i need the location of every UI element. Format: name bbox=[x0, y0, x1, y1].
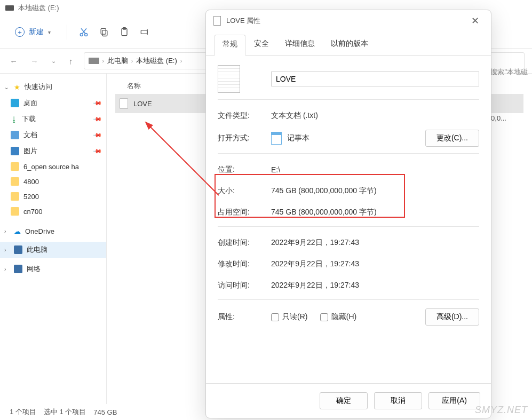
svg-rect-6 bbox=[141, 30, 147, 34]
new-button-label: 新建 bbox=[29, 27, 44, 37]
value-accessed: 2022年9月22日，19:27:43 bbox=[271, 281, 479, 290]
status-count: 1 个项目 bbox=[10, 407, 36, 417]
tab-security[interactable]: 安全 bbox=[247, 35, 276, 55]
dialog-titlebar: LOVE 属性 ✕ bbox=[206, 10, 491, 31]
sidebar-item-thispc[interactable]: ›此电脑 bbox=[0, 242, 106, 258]
apply-button[interactable]: 应用(A) bbox=[428, 392, 480, 409]
pin-icon: 📌 bbox=[92, 130, 102, 140]
value-created: 2022年9月22日，19:27:43 bbox=[271, 238, 479, 248]
value-location: E:\ bbox=[271, 165, 479, 174]
label-attributes: 属性: bbox=[218, 312, 271, 322]
status-size: 745 GB bbox=[93, 408, 117, 416]
sidebar-item-downloads[interactable]: ⭳下载📌 bbox=[0, 111, 106, 127]
properties-dialog: LOVE 属性 ✕ 常规 安全 详细信息 以前的版本 文件类型:文本文档 (.t… bbox=[205, 10, 491, 418]
value-attributes: 只读(R) 隐藏(H) bbox=[271, 312, 425, 322]
up-button[interactable]: ↑ bbox=[67, 54, 75, 68]
pin-icon: 📌 bbox=[92, 98, 102, 108]
sidebar-item-folder[interactable]: cn700 bbox=[0, 204, 106, 219]
dialog-buttons: 确定 取消 应用(A) bbox=[206, 383, 491, 418]
pc-icon bbox=[14, 245, 22, 254]
document-icon bbox=[213, 16, 221, 26]
star-icon: ★ bbox=[14, 83, 20, 91]
pin-icon: 📌 bbox=[92, 114, 102, 124]
paste-icon[interactable] bbox=[118, 26, 130, 38]
chevron-right-icon: › bbox=[131, 58, 133, 64]
chevron-down-icon[interactable]: ⌄ bbox=[49, 56, 58, 67]
close-button[interactable]: ✕ bbox=[467, 13, 483, 29]
value-sizeondisk: 745 GB (800,000,000,000 字节) bbox=[271, 208, 479, 217]
tabs: 常规 安全 详细信息 以前的版本 bbox=[206, 35, 491, 56]
watermark: SMYZ.NET bbox=[475, 405, 528, 416]
document-icon bbox=[11, 131, 19, 139]
sidebar-item-folder[interactable]: 6_open source ha bbox=[0, 159, 106, 174]
label-filetype: 文件类型: bbox=[218, 111, 271, 121]
divider bbox=[67, 25, 67, 39]
notepad-icon bbox=[271, 132, 282, 145]
cloud-icon: ☁ bbox=[14, 227, 21, 235]
ok-button[interactable]: 确定 bbox=[320, 392, 368, 409]
plus-icon: + bbox=[15, 27, 25, 37]
chevron-right-icon: › bbox=[180, 58, 182, 64]
rename-icon[interactable] bbox=[139, 26, 150, 38]
folder-icon bbox=[11, 192, 19, 201]
value-filetype: 文本文档 (.txt) bbox=[271, 111, 479, 121]
cut-icon[interactable] bbox=[78, 26, 90, 38]
back-button[interactable]: ← bbox=[7, 54, 20, 68]
forward-button[interactable]: → bbox=[28, 54, 41, 68]
drive-icon bbox=[5, 5, 14, 11]
readonly-checkbox[interactable]: 只读(R) bbox=[271, 312, 307, 321]
folder-icon bbox=[11, 207, 19, 216]
desktop-icon bbox=[11, 99, 19, 107]
tab-details[interactable]: 详细信息 bbox=[277, 35, 322, 55]
tab-previous[interactable]: 以前的版本 bbox=[323, 35, 376, 55]
tab-general[interactable]: 常规 bbox=[215, 35, 245, 56]
label-sizeondisk: 占用空间: bbox=[218, 208, 271, 217]
picture-icon bbox=[11, 147, 19, 155]
dialog-title: LOVE 属性 bbox=[226, 16, 260, 26]
download-icon: ⭳ bbox=[11, 115, 18, 123]
svg-point-0 bbox=[80, 34, 83, 36]
file-name: LOVE bbox=[133, 100, 152, 108]
label-created: 创建时间: bbox=[218, 238, 271, 248]
svg-rect-2 bbox=[102, 30, 107, 36]
sidebar-item-folder[interactable]: 5200 bbox=[0, 189, 106, 204]
window-title: 本地磁盘 (E:) bbox=[18, 3, 59, 13]
file-size-cell: 0,0... bbox=[491, 114, 506, 122]
search-placeholder: 搜索"本地磁 bbox=[490, 67, 528, 77]
sidebar-item-desktop[interactable]: 桌面📌 bbox=[0, 95, 106, 111]
sidebar-item-folder[interactable]: 4800 bbox=[0, 174, 106, 189]
sidebar-item-onedrive[interactable]: ›☁OneDrive bbox=[0, 224, 106, 239]
filename-input[interactable] bbox=[271, 72, 479, 86]
breadcrumb-pc[interactable]: 此电脑 bbox=[107, 56, 128, 66]
document-icon bbox=[120, 98, 128, 109]
label-modified: 修改时间: bbox=[218, 259, 271, 269]
copy-icon[interactable] bbox=[98, 26, 110, 38]
sidebar-item-documents[interactable]: 文档📌 bbox=[0, 127, 106, 143]
advanced-button[interactable]: 高级(D)... bbox=[425, 308, 479, 326]
folder-icon bbox=[11, 177, 19, 186]
change-button[interactable]: 更改(C)... bbox=[425, 130, 479, 147]
value-size: 745 GB (800,000,000,000 字节) bbox=[271, 186, 479, 196]
sidebar: ⌄★快速访问 桌面📌 ⭳下载📌 文档📌 图片📌 6_open source ha… bbox=[0, 74, 107, 404]
cancel-button[interactable]: 取消 bbox=[374, 392, 422, 409]
sidebar-item-pictures[interactable]: 图片📌 bbox=[0, 143, 106, 159]
drive-icon bbox=[89, 58, 99, 64]
breadcrumb-drive[interactable]: 本地磁盘 (E:) bbox=[136, 56, 177, 66]
sidebar-item-network[interactable]: ›网络 bbox=[0, 261, 106, 277]
tab-body: 文件类型:文本文档 (.txt) 打开方式:记事本更改(C)... 位置:E:\… bbox=[206, 56, 491, 383]
sidebar-item-quick[interactable]: ⌄★快速访问 bbox=[0, 79, 106, 95]
value-modified: 2022年9月22日，19:27:43 bbox=[271, 259, 479, 269]
label-openwith: 打开方式: bbox=[218, 133, 271, 143]
pin-icon: 📌 bbox=[92, 146, 102, 156]
folder-icon bbox=[11, 162, 19, 171]
new-button[interactable]: + 新建 ▾ bbox=[10, 24, 56, 40]
chevron-right-icon: › bbox=[102, 58, 104, 64]
network-icon bbox=[14, 265, 22, 273]
value-openwith: 记事本 bbox=[271, 132, 425, 145]
label-accessed: 访问时间: bbox=[218, 281, 271, 290]
hidden-checkbox[interactable]: 隐藏(H) bbox=[320, 312, 356, 321]
label-location: 位置: bbox=[218, 165, 271, 175]
label-size: 大小: bbox=[218, 186, 271, 196]
file-type-icon bbox=[218, 65, 240, 93]
svg-rect-3 bbox=[101, 28, 106, 34]
